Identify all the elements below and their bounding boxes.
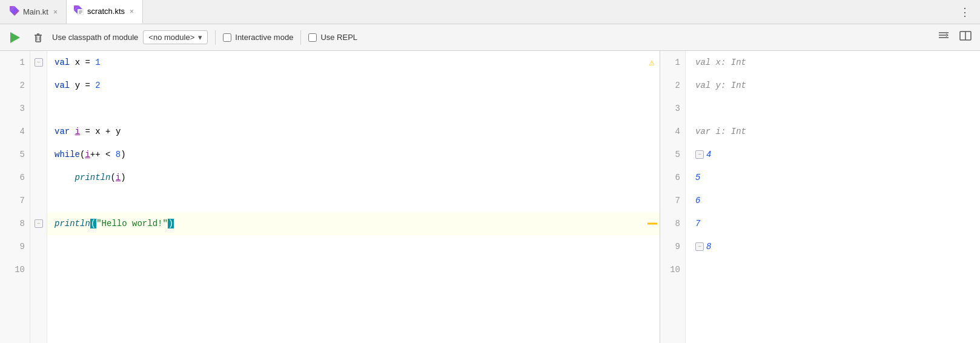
delete-button[interactable] bbox=[29, 28, 47, 47]
right-pane: 1 2 3 4 5 6 7 8 9 10 val x: Int val y: I… bbox=[660, 51, 980, 343]
line-num-6: 6 bbox=[0, 166, 30, 189]
code-area: 1 2 3 4 5 6 7 8 9 10 − bbox=[0, 51, 660, 343]
right-var-i: var i: Int bbox=[695, 127, 746, 136]
kw-var: var bbox=[55, 127, 70, 136]
right-val-y: val y: Int bbox=[695, 81, 746, 90]
interactive-mode-checkbox[interactable] bbox=[223, 33, 231, 42]
right-line-num-3: 3 bbox=[660, 97, 685, 120]
kotlin-icon bbox=[10, 6, 19, 18]
fold-marker-1[interactable]: − bbox=[35, 58, 43, 67]
line-numbers: 1 2 3 4 5 6 7 8 9 10 bbox=[0, 51, 30, 343]
line-num-8: 8 bbox=[0, 212, 30, 235]
toolbar-right bbox=[935, 28, 974, 46]
code-content[interactable]: val x = 1 ⚠ val y = 2 var i = x + y whil… bbox=[47, 51, 660, 343]
right-code-content: val x: Int val y: Int var i: Int − 4 bbox=[686, 51, 980, 343]
use-repl-checkbox[interactable] bbox=[308, 33, 317, 42]
right-code-line-4: var i: Int bbox=[686, 120, 980, 143]
use-repl-checkbox-group[interactable]: Use REPL bbox=[308, 33, 357, 42]
interactive-mode-label: Interactive mode bbox=[235, 33, 293, 42]
var-x: x bbox=[75, 58, 80, 67]
toolbar-separator-1 bbox=[215, 30, 216, 45]
right-line-num-4: 4 bbox=[660, 120, 685, 143]
close-paren-highlight: ) bbox=[168, 219, 174, 228]
module-dropdown[interactable]: <no module> ▾ bbox=[143, 30, 208, 44]
warning-triangle-icon: ⚠ bbox=[649, 56, 655, 68]
warning-row-2 bbox=[30, 74, 47, 97]
main-content: 1 2 3 4 5 6 7 8 9 10 − bbox=[0, 51, 980, 343]
right-code-line-10 bbox=[686, 258, 980, 281]
fold-marker-8[interactable]: − bbox=[35, 219, 43, 228]
warning-row-3 bbox=[30, 97, 47, 120]
right-line-num-1: 1 bbox=[660, 51, 685, 74]
right-val-x: val x: Int bbox=[695, 58, 746, 67]
right-line-numbers: 1 2 3 4 5 6 7 8 9 10 bbox=[660, 51, 686, 343]
line-num-4: 4 bbox=[0, 120, 30, 143]
code-line-6: println(i) bbox=[47, 166, 660, 189]
soft-wrap-button[interactable] bbox=[935, 28, 952, 46]
right-code-line-7: 6 bbox=[686, 189, 980, 212]
right-line-num-9: 9 bbox=[660, 235, 685, 258]
var-y-ref: y bbox=[116, 127, 121, 136]
right-line-num-10: 10 bbox=[660, 258, 685, 281]
more-options-icon[interactable]: ⋮ bbox=[959, 7, 970, 19]
right-line-num-2: 2 bbox=[660, 74, 685, 97]
line-num-2: 2 bbox=[0, 74, 30, 97]
warning-row-6 bbox=[30, 166, 47, 189]
right-line-num-7: 7 bbox=[660, 189, 685, 212]
interactive-mode-checkbox-group[interactable]: Interactive mode bbox=[223, 33, 293, 42]
warning-row-9 bbox=[30, 235, 47, 258]
right-code-line-3 bbox=[686, 97, 980, 120]
line-num-10: 10 bbox=[0, 258, 30, 281]
right-num-4: 4 bbox=[706, 150, 711, 159]
soft-wrap-icon bbox=[938, 31, 950, 41]
warning-row-4 bbox=[30, 120, 47, 143]
string-hello-world: "Hello world!" bbox=[96, 219, 168, 228]
tab-scratch-kts-label: scratch.kts bbox=[87, 7, 125, 16]
var-i-decl: i bbox=[75, 127, 80, 136]
right-num-5: 5 bbox=[695, 173, 700, 182]
line-num-3: 3 bbox=[0, 97, 30, 120]
right-code-line-1: val x: Int bbox=[686, 51, 980, 74]
tab-scratch-kts[interactable]: scratch.kts × bbox=[67, 0, 143, 24]
right-code-line-6: 5 bbox=[686, 166, 980, 189]
yellow-dash-marker bbox=[647, 223, 657, 225]
num-1: 1 bbox=[95, 58, 100, 67]
tab-main-kt-close[interactable]: × bbox=[52, 7, 59, 18]
code-line-2: val y = 2 bbox=[47, 74, 660, 97]
run-button[interactable] bbox=[6, 28, 24, 47]
warning-row-1: − bbox=[30, 51, 47, 74]
toolbar-separator-2 bbox=[300, 30, 301, 45]
panel-layout-button[interactable] bbox=[957, 28, 974, 46]
kw-val-1: val bbox=[55, 58, 70, 67]
var-x-ref: x bbox=[95, 127, 100, 136]
run-icon bbox=[10, 32, 20, 43]
classpath-label: Use classpath of module bbox=[52, 33, 138, 42]
kw-while: while bbox=[55, 150, 80, 159]
module-value: <no module> bbox=[148, 33, 194, 42]
open-paren-highlight: ( bbox=[90, 219, 96, 228]
editor-pane: 1 2 3 4 5 6 7 8 9 10 − bbox=[0, 51, 660, 343]
right-fold-marker-5[interactable]: − bbox=[695, 150, 704, 159]
right-line-num-5: 5 bbox=[660, 143, 685, 166]
line-num-1: 1 bbox=[0, 51, 30, 74]
line-num-5: 5 bbox=[0, 143, 30, 166]
right-code-line-8: 7 bbox=[686, 212, 980, 235]
use-repl-label: Use REPL bbox=[320, 33, 357, 42]
right-fold-marker-9[interactable]: − bbox=[695, 242, 704, 251]
tab-bar: Main.kt × bbox=[0, 0, 980, 24]
line-num-9: 9 bbox=[0, 235, 30, 258]
tabs-container: Main.kt × bbox=[2, 0, 143, 24]
line-num-7: 7 bbox=[0, 189, 30, 212]
var-i-while: i bbox=[85, 150, 90, 159]
trash-icon bbox=[33, 32, 44, 43]
right-code-area: 1 2 3 4 5 6 7 8 9 10 val x: Int val y: I… bbox=[660, 51, 980, 343]
fn-println-1: println bbox=[75, 173, 111, 182]
right-line-num-6: 6 bbox=[660, 166, 685, 189]
kotlin-scratch-icon bbox=[74, 5, 84, 17]
tab-main-kt[interactable]: Main.kt × bbox=[2, 0, 67, 24]
num-8: 8 bbox=[116, 150, 121, 159]
kw-val-2: val bbox=[55, 81, 70, 90]
code-line-3 bbox=[47, 97, 660, 120]
tab-scratch-kts-close[interactable]: × bbox=[128, 6, 135, 17]
warning-row-10 bbox=[30, 258, 47, 281]
